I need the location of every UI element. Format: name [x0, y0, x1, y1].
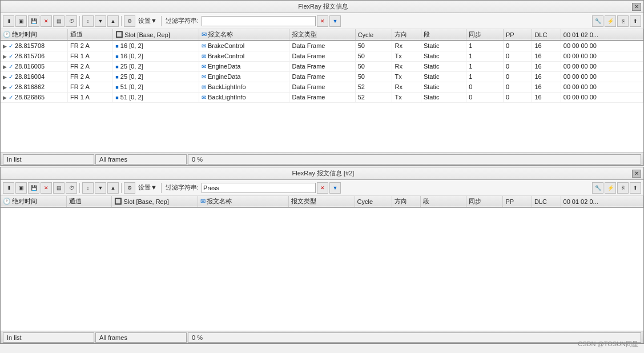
settings-button-2[interactable]: ⚙: [124, 182, 135, 194]
cell-data: 00 00 00 00: [561, 41, 643, 51]
th-dlc-2[interactable]: DLC: [532, 196, 561, 207]
cell-pp: 0: [503, 41, 532, 51]
sort-az-button-2[interactable]: ↕: [82, 182, 94, 194]
table-row[interactable]: ▶ ✓ 28.826865 FR 1 A ■ 51 [0, 2] ✉ BackL…: [1, 92, 643, 102]
th-data-1[interactable]: 00 01 02 0...: [561, 29, 643, 41]
lightning-button-1[interactable]: ⚡: [605, 15, 616, 27]
th-sync-2[interactable]: 同步: [466, 196, 503, 207]
columns-button-1[interactable]: ▤: [53, 15, 65, 27]
filter-clear-button-2[interactable]: ✕: [317, 182, 328, 194]
cell-channel: FR 1 A: [68, 92, 113, 102]
th-slot-1[interactable]: 🔲 Slot [Base, Rep]: [113, 29, 199, 41]
cell-cycle: 50: [355, 61, 392, 71]
save-button-2[interactable]: 💾: [28, 182, 39, 194]
th-cycle-1[interactable]: Cycle: [355, 29, 392, 41]
th-seg-2[interactable]: 段: [421, 196, 466, 207]
cell-sync: 0: [466, 92, 504, 102]
toolbar-2: ⏸ ▣ 💾 ✕ ▤ ⏱ ↕ ▼: [1, 180, 643, 196]
cell-sync: 0: [466, 82, 504, 92]
cell-slot: ■ 16 [0, 2]: [113, 51, 199, 61]
pause-button-2[interactable]: ⏸: [3, 182, 14, 194]
status-progress-1: 0 %: [188, 154, 641, 165]
filter-input-2[interactable]: [202, 183, 316, 193]
th-dlc-1[interactable]: DLC: [532, 29, 561, 41]
cell-seg: Static: [421, 41, 466, 51]
export-icon: ⎘: [622, 18, 625, 24]
sort-up-button-2[interactable]: ▲: [107, 182, 119, 194]
table-container-1[interactable]: 🕐 绝对时间 通道 🔲 Slot [Base, Rep]: [1, 29, 643, 153]
sort-up-button-1[interactable]: ▲: [107, 15, 119, 27]
cell-dir: Rx: [392, 61, 421, 71]
time-button-1[interactable]: ⏱: [66, 15, 77, 27]
filter-apply-button-1[interactable]: ▼: [329, 15, 341, 27]
table-row[interactable]: ▶ ✓ 28.815708 FR 2 A ■ 16 [0, 2] ✉ Brake…: [1, 41, 643, 51]
cell-channel: FR 2 A: [68, 71, 113, 82]
table-row[interactable]: ▶ ✓ 28.816004 FR 2 A ■ 25 [0, 2] ✉ Engin…: [1, 71, 643, 82]
columns-button-2[interactable]: ▤: [53, 182, 65, 194]
time-button-2[interactable]: ⏱: [66, 182, 77, 194]
tools-button-2[interactable]: 🔧: [592, 182, 603, 194]
window-2-close-button[interactable]: ✕: [632, 170, 641, 178]
settings-button-1[interactable]: ⚙: [124, 15, 135, 27]
clear-button-1[interactable]: ✕: [41, 15, 52, 27]
table-row[interactable]: ▶ ✓ 28.816005 FR 2 A ■ 25 [0, 2] ✉ Engin…: [1, 61, 643, 71]
cell-time: ▶ ✓ 28.815708: [1, 41, 68, 51]
table-row[interactable]: ▶ ✓ 28.815706 FR 1 A ■ 16 [0, 2] ✉ Brake…: [1, 51, 643, 61]
th-name-1[interactable]: ✉ 报文名称: [199, 29, 289, 41]
sort-down-button-1[interactable]: ▼: [95, 15, 106, 27]
th-name-2[interactable]: ✉ 报文名称: [198, 196, 289, 207]
th-time-2[interactable]: 🕐 绝对时间: [1, 196, 67, 207]
th-channel-1[interactable]: 通道: [68, 29, 113, 41]
settings-label-1: 设置▼: [136, 17, 159, 25]
data-table-2: 🕐 绝对时间 通道 🔲 Slot [Base, Rep]: [1, 196, 643, 208]
filter-apply-button-2[interactable]: ▼: [329, 182, 341, 194]
sort-up-icon-2: ▲: [111, 185, 116, 191]
th-channel-2[interactable]: 通道: [67, 196, 112, 207]
data-table-1: 🕐 绝对时间 通道 🔲 Slot [Base, Rep]: [1, 29, 643, 103]
sort-az-icon-2: ↕: [87, 185, 90, 191]
th-type-1[interactable]: 报文类型: [289, 29, 355, 41]
cell-sync: 1: [466, 71, 504, 82]
th-slot-2[interactable]: 🔲 Slot [Base, Rep]: [112, 196, 198, 207]
th-sync-1[interactable]: 同步: [466, 29, 504, 41]
msg-icon-2: ✉: [200, 198, 206, 205]
record-button-1[interactable]: ▣: [15, 15, 27, 27]
cell-channel: FR 1 A: [68, 51, 113, 61]
th-dir-2[interactable]: 方向: [392, 196, 421, 207]
cell-name: ✉ BackLightInfo: [199, 92, 289, 102]
gear-icon: ⚙: [127, 18, 132, 24]
import-button-2[interactable]: ⬆: [630, 182, 641, 194]
table-row[interactable]: ▶ ✓ 28.816862 FR 2 A ■ 51 [0, 2] ✉ BackL…: [1, 82, 643, 92]
save-button-1[interactable]: 💾: [28, 15, 39, 27]
filter-input-1[interactable]: [202, 16, 316, 26]
gear-icon-2: ⚙: [127, 185, 132, 191]
tools-button-1[interactable]: 🔧: [592, 15, 603, 27]
toolbar-1: ⏸ ▣ 💾 ✕ ▤ ⏱ ↕ ▼: [1, 13, 643, 29]
sep-4: [79, 183, 80, 193]
th-cycle-2[interactable]: Cycle: [355, 196, 392, 207]
export-button-2[interactable]: ⎘: [617, 182, 629, 194]
th-seg-1[interactable]: 段: [421, 29, 466, 41]
filter-clear-button-1[interactable]: ✕: [317, 15, 328, 27]
sep-2: [121, 16, 122, 26]
sort-down-button-2[interactable]: ▼: [95, 182, 106, 194]
import-button-1[interactable]: ⬆: [630, 15, 641, 27]
export-button-1[interactable]: ⎘: [617, 15, 629, 27]
title-bar-2: FlexRay 报文信息 [#2] ✕: [1, 167, 643, 180]
table-container-2[interactable]: 🕐 绝对时间 通道 🔲 Slot [Base, Rep]: [1, 196, 643, 331]
sort-down-icon: ▼: [98, 18, 103, 24]
th-type-2[interactable]: 报文类型: [289, 196, 355, 207]
th-dir-1[interactable]: 方向: [392, 29, 421, 41]
sort-az-button-1[interactable]: ↕: [82, 15, 94, 27]
msg-icon-1: ✉: [202, 31, 207, 38]
th-time-1[interactable]: 🕐 绝对时间: [1, 29, 68, 41]
tools-icon: 🔧: [595, 18, 601, 24]
th-data-2[interactable]: 00 01 02 0...: [561, 196, 643, 207]
clear-button-2[interactable]: ✕: [41, 182, 52, 194]
th-pp-2[interactable]: PP: [503, 196, 532, 207]
lightning-button-2[interactable]: ⚡: [605, 182, 616, 194]
record-button-2[interactable]: ▣: [15, 182, 27, 194]
window-1-close-button[interactable]: ✕: [632, 3, 641, 11]
pause-button-1[interactable]: ⏸: [3, 15, 14, 27]
th-pp-1[interactable]: PP: [503, 29, 532, 41]
